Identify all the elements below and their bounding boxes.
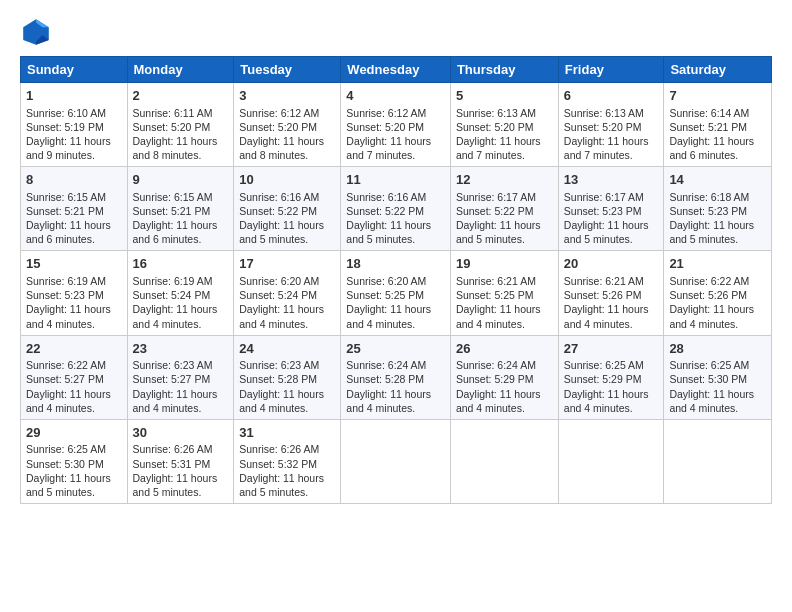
sunrise-text: Sunrise: 6:12 AM — [346, 107, 426, 119]
sunset-text: Sunset: 5:28 PM — [239, 373, 317, 385]
sunset-text: Sunset: 5:21 PM — [133, 205, 211, 217]
daylight-minutes: and 4 minutes. — [26, 402, 95, 414]
daylight-minutes: and 6 minutes. — [26, 233, 95, 245]
daylight-text: Daylight: 11 hours — [564, 303, 649, 315]
daylight-text: Daylight: 11 hours — [239, 472, 324, 484]
sunset-text: Sunset: 5:30 PM — [669, 373, 747, 385]
week-row-2: 8Sunrise: 6:15 AMSunset: 5:21 PMDaylight… — [21, 167, 772, 251]
sunrise-text: Sunrise: 6:26 AM — [133, 443, 213, 455]
day-number: 10 — [239, 171, 335, 189]
daylight-minutes: and 5 minutes. — [346, 233, 415, 245]
col-header-thursday: Thursday — [450, 57, 558, 83]
day-number: 15 — [26, 255, 122, 273]
day-number: 27 — [564, 340, 659, 358]
daylight-minutes: and 4 minutes. — [669, 318, 738, 330]
day-number: 5 — [456, 87, 553, 105]
day-cell: 14Sunrise: 6:18 AMSunset: 5:23 PMDayligh… — [664, 167, 772, 251]
daylight-minutes: and 4 minutes. — [456, 402, 525, 414]
day-cell: 25Sunrise: 6:24 AMSunset: 5:28 PMDayligh… — [341, 335, 451, 419]
daylight-minutes: and 5 minutes. — [564, 233, 633, 245]
sunrise-text: Sunrise: 6:24 AM — [346, 359, 426, 371]
sunset-text: Sunset: 5:22 PM — [239, 205, 317, 217]
day-cell: 26Sunrise: 6:24 AMSunset: 5:29 PMDayligh… — [450, 335, 558, 419]
day-number: 28 — [669, 340, 766, 358]
page: SundayMondayTuesdayWednesdayThursdayFrid… — [0, 0, 792, 520]
day-cell: 6Sunrise: 6:13 AMSunset: 5:20 PMDaylight… — [558, 83, 664, 167]
day-cell — [558, 419, 664, 503]
daylight-text: Daylight: 11 hours — [456, 388, 541, 400]
day-cell: 20Sunrise: 6:21 AMSunset: 5:26 PMDayligh… — [558, 251, 664, 335]
sunrise-text: Sunrise: 6:24 AM — [456, 359, 536, 371]
sunset-text: Sunset: 5:32 PM — [239, 458, 317, 470]
sunrise-text: Sunrise: 6:17 AM — [456, 191, 536, 203]
col-header-tuesday: Tuesday — [234, 57, 341, 83]
daylight-text: Daylight: 11 hours — [26, 388, 111, 400]
day-number: 23 — [133, 340, 229, 358]
daylight-text: Daylight: 11 hours — [133, 219, 218, 231]
day-number: 13 — [564, 171, 659, 189]
daylight-minutes: and 5 minutes. — [26, 486, 95, 498]
sunset-text: Sunset: 5:25 PM — [456, 289, 534, 301]
daylight-minutes: and 4 minutes. — [669, 402, 738, 414]
sunrise-text: Sunrise: 6:12 AM — [239, 107, 319, 119]
sunset-text: Sunset: 5:19 PM — [26, 121, 104, 133]
daylight-minutes: and 5 minutes. — [133, 486, 202, 498]
daylight-text: Daylight: 11 hours — [133, 135, 218, 147]
daylight-minutes: and 4 minutes. — [133, 402, 202, 414]
day-cell: 12Sunrise: 6:17 AMSunset: 5:22 PMDayligh… — [450, 167, 558, 251]
col-header-saturday: Saturday — [664, 57, 772, 83]
day-cell: 16Sunrise: 6:19 AMSunset: 5:24 PMDayligh… — [127, 251, 234, 335]
daylight-minutes: and 4 minutes. — [456, 318, 525, 330]
sunset-text: Sunset: 5:21 PM — [26, 205, 104, 217]
sunrise-text: Sunrise: 6:21 AM — [456, 275, 536, 287]
sunrise-text: Sunrise: 6:20 AM — [239, 275, 319, 287]
day-cell: 1Sunrise: 6:10 AMSunset: 5:19 PMDaylight… — [21, 83, 128, 167]
sunrise-text: Sunrise: 6:25 AM — [564, 359, 644, 371]
day-number: 30 — [133, 424, 229, 442]
sunrise-text: Sunrise: 6:19 AM — [133, 275, 213, 287]
day-cell: 29Sunrise: 6:25 AMSunset: 5:30 PMDayligh… — [21, 419, 128, 503]
sunset-text: Sunset: 5:29 PM — [456, 373, 534, 385]
daylight-text: Daylight: 11 hours — [239, 219, 324, 231]
sunrise-text: Sunrise: 6:25 AM — [669, 359, 749, 371]
daylight-minutes: and 7 minutes. — [564, 149, 633, 161]
daylight-text: Daylight: 11 hours — [456, 219, 541, 231]
daylight-text: Daylight: 11 hours — [346, 135, 431, 147]
day-cell: 31Sunrise: 6:26 AMSunset: 5:32 PMDayligh… — [234, 419, 341, 503]
sunrise-text: Sunrise: 6:26 AM — [239, 443, 319, 455]
daylight-text: Daylight: 11 hours — [239, 388, 324, 400]
daylight-minutes: and 5 minutes. — [456, 233, 525, 245]
daylight-text: Daylight: 11 hours — [239, 135, 324, 147]
sunrise-text: Sunrise: 6:19 AM — [26, 275, 106, 287]
day-cell: 5Sunrise: 6:13 AMSunset: 5:20 PMDaylight… — [450, 83, 558, 167]
daylight-text: Daylight: 11 hours — [564, 388, 649, 400]
sunset-text: Sunset: 5:26 PM — [564, 289, 642, 301]
day-cell: 22Sunrise: 6:22 AMSunset: 5:27 PMDayligh… — [21, 335, 128, 419]
sunset-text: Sunset: 5:24 PM — [133, 289, 211, 301]
daylight-text: Daylight: 11 hours — [669, 303, 754, 315]
day-cell: 9Sunrise: 6:15 AMSunset: 5:21 PMDaylight… — [127, 167, 234, 251]
daylight-minutes: and 5 minutes. — [669, 233, 738, 245]
sunset-text: Sunset: 5:24 PM — [239, 289, 317, 301]
sunset-text: Sunset: 5:21 PM — [669, 121, 747, 133]
day-number: 19 — [456, 255, 553, 273]
logo-icon — [20, 16, 52, 48]
daylight-minutes: and 5 minutes. — [239, 233, 308, 245]
day-number: 9 — [133, 171, 229, 189]
day-number: 4 — [346, 87, 445, 105]
daylight-minutes: and 4 minutes. — [564, 318, 633, 330]
sunset-text: Sunset: 5:26 PM — [669, 289, 747, 301]
sunrise-text: Sunrise: 6:15 AM — [26, 191, 106, 203]
sunrise-text: Sunrise: 6:14 AM — [669, 107, 749, 119]
day-cell: 11Sunrise: 6:16 AMSunset: 5:22 PMDayligh… — [341, 167, 451, 251]
sunset-text: Sunset: 5:20 PM — [346, 121, 424, 133]
sunset-text: Sunset: 5:31 PM — [133, 458, 211, 470]
week-row-4: 22Sunrise: 6:22 AMSunset: 5:27 PMDayligh… — [21, 335, 772, 419]
day-number: 3 — [239, 87, 335, 105]
day-cell: 27Sunrise: 6:25 AMSunset: 5:29 PMDayligh… — [558, 335, 664, 419]
week-row-1: 1Sunrise: 6:10 AMSunset: 5:19 PMDaylight… — [21, 83, 772, 167]
daylight-text: Daylight: 11 hours — [564, 219, 649, 231]
daylight-text: Daylight: 11 hours — [26, 303, 111, 315]
col-header-friday: Friday — [558, 57, 664, 83]
daylight-minutes: and 4 minutes. — [346, 318, 415, 330]
